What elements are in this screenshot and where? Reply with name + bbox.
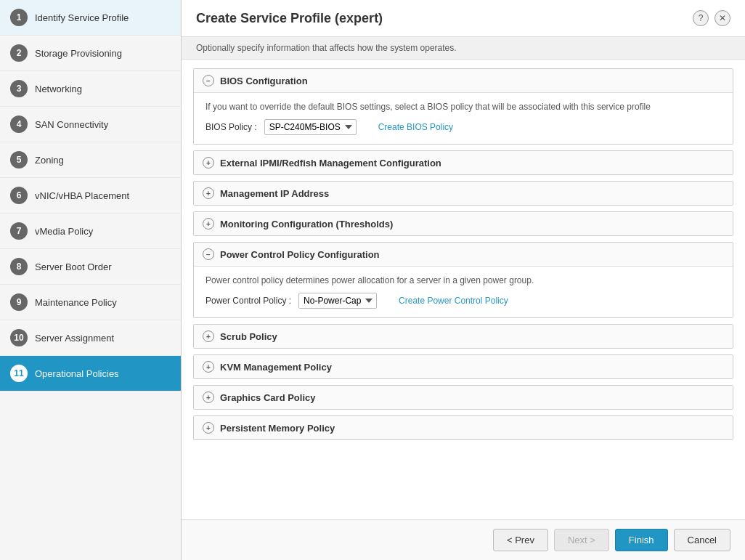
step-number-2: 2 [10, 44, 28, 62]
cancel-button[interactable]: Cancel [674, 529, 730, 551]
dialog-title: Create Service Profile (expert) [196, 11, 383, 26]
prev-button[interactable]: < Prev [493, 529, 548, 551]
bios-section: − BIOS Configuration If you want to over… [193, 68, 733, 145]
sidebar-item-5[interactable]: 5 Zoning [0, 142, 181, 178]
power-section-body: Power control policy determines power al… [194, 266, 733, 317]
power-description: Power control policy determines power al… [205, 275, 721, 285]
sidebar: 1 Identify Service Profile 2 Storage Pro… [0, 0, 182, 560]
help-button[interactable]: ? [693, 10, 709, 26]
power-section-header[interactable]: − Power Control Policy Configuration [194, 243, 733, 266]
power-form-row: Power Control Policy : No-Power-Cap Crea… [205, 293, 721, 309]
kvm-section: + KVM Management Policy [193, 354, 733, 379]
sidebar-label-3: Networking [35, 84, 82, 94]
content-area: − BIOS Configuration If you want to over… [182, 60, 745, 519]
graphics-section-title: Graphics Card Policy [220, 392, 316, 403]
header-actions: ? ✕ [693, 10, 730, 26]
sidebar-label-2: Storage Provisioning [35, 48, 122, 59]
step-number-1: 1 [10, 9, 28, 26]
bios-section-title: BIOS Configuration [220, 76, 308, 86]
sidebar-label-8: Server Boot Order [35, 261, 112, 272]
kvm-toggle-icon: + [203, 361, 214, 373]
persistent-section-header[interactable]: + Persistent Memory Policy [194, 416, 733, 439]
bios-policy-label: BIOS Policy : [205, 122, 257, 132]
step-number-5: 5 [10, 151, 28, 169]
sidebar-label-7: vMedia Policy [35, 226, 93, 237]
step-number-3: 3 [10, 80, 28, 97]
bios-description: If you want to override the default BIOS… [205, 102, 721, 112]
power-toggle-icon: − [203, 248, 214, 260]
step-number-7: 7 [10, 222, 28, 240]
sidebar-label-11: Operational Policies [35, 368, 119, 379]
sidebar-label-6: vNIC/vHBA Placement [35, 190, 129, 201]
create-power-policy-link[interactable]: Create Power Control Policy [399, 296, 508, 306]
ipmi-section-header[interactable]: + External IPMI/Redfish Management Confi… [194, 151, 733, 174]
dialog-header: Create Service Profile (expert) ? ✕ [182, 0, 745, 37]
sidebar-label-10: Server Assignment [35, 333, 114, 344]
monitoring-section-title: Monitoring Configuration (Thresholds) [220, 219, 393, 230]
finish-button[interactable]: Finish [615, 529, 668, 551]
sidebar-item-7[interactable]: 7 vMedia Policy [0, 214, 181, 249]
sidebar-item-2[interactable]: 2 Storage Provisioning [0, 36, 181, 71]
sidebar-item-6[interactable]: 6 vNIC/vHBA Placement [0, 178, 181, 214]
sidebar-item-9[interactable]: 9 Maintenance Policy [0, 285, 181, 320]
step-number-9: 9 [10, 293, 28, 311]
monitoring-section-header[interactable]: + Monitoring Configuration (Thresholds) [194, 212, 733, 235]
mgmt-ip-toggle-icon: + [203, 187, 214, 199]
mgmt-ip-section-header[interactable]: + Management IP Address [194, 182, 733, 205]
ipmi-toggle-icon: + [203, 157, 214, 169]
bios-section-body: If you want to override the default BIOS… [194, 92, 733, 144]
close-button[interactable]: ✕ [715, 10, 730, 26]
graphics-section-header[interactable]: + Graphics Card Policy [194, 386, 733, 409]
power-policy-select[interactable]: No-Power-Cap [298, 293, 377, 309]
scrub-toggle-icon: + [203, 330, 214, 342]
sidebar-item-10[interactable]: 10 Server Assignment [0, 320, 181, 356]
scrub-section-title: Scrub Policy [220, 331, 277, 342]
sidebar-item-4[interactable]: 4 SAN Connectivity [0, 107, 181, 142]
monitoring-section: + Monitoring Configuration (Thresholds) [193, 211, 733, 236]
sidebar-item-3[interactable]: 3 Networking [0, 71, 181, 107]
mgmt-ip-section-title: Management IP Address [220, 188, 329, 199]
step-number-4: 4 [10, 115, 28, 133]
step-number-6: 6 [10, 187, 28, 204]
kvm-section-title: KVM Management Policy [220, 362, 332, 373]
graphics-toggle-icon: + [203, 391, 214, 403]
step-number-8: 8 [10, 258, 28, 275]
kvm-section-header[interactable]: + KVM Management Policy [194, 355, 733, 378]
next-button: Next > [554, 529, 609, 551]
step-number-11: 11 [10, 365, 28, 382]
bios-policy-select[interactable]: SP-C240M5-BIOS [264, 119, 357, 135]
persistent-toggle-icon: + [203, 422, 214, 434]
mgmt-ip-section: + Management IP Address [193, 181, 733, 206]
main-content: Create Service Profile (expert) ? ✕ Opti… [182, 0, 745, 560]
persistent-section: + Persistent Memory Policy [193, 415, 733, 440]
power-policy-label: Power Control Policy : [205, 296, 291, 306]
subtitle-text: Optionally specify information that affe… [196, 43, 457, 53]
sidebar-label-4: SAN Connectivity [35, 119, 108, 130]
create-bios-policy-link[interactable]: Create BIOS Policy [378, 122, 453, 132]
subtitle-bar: Optionally specify information that affe… [182, 37, 745, 60]
scrub-section: + Scrub Policy [193, 324, 733, 349]
ipmi-section: + External IPMI/Redfish Management Confi… [193, 150, 733, 175]
bios-toggle-icon: − [203, 75, 214, 86]
sidebar-item-1[interactable]: 1 Identify Service Profile [0, 0, 181, 36]
ipmi-section-title: External IPMI/Redfish Management Configu… [220, 158, 441, 169]
graphics-section: + Graphics Card Policy [193, 385, 733, 410]
sidebar-label-9: Maintenance Policy [35, 297, 117, 308]
dialog-footer: < Prev Next > Finish Cancel [182, 519, 745, 560]
bios-section-header[interactable]: − BIOS Configuration [194, 69, 733, 92]
sidebar-item-11[interactable]: 11 Operational Policies [0, 356, 181, 391]
sidebar-item-8[interactable]: 8 Server Boot Order [0, 249, 181, 285]
step-number-10: 10 [10, 329, 28, 346]
power-section: − Power Control Policy Configuration Pow… [193, 242, 733, 318]
scrub-section-header[interactable]: + Scrub Policy [194, 325, 733, 348]
sidebar-label-5: Zoning [35, 155, 64, 166]
power-section-title: Power Control Policy Configuration [220, 249, 380, 260]
bios-form-row: BIOS Policy : SP-C240M5-BIOS Create BIOS… [205, 119, 721, 135]
sidebar-label-1: Identify Service Profile [35, 12, 129, 23]
persistent-section-title: Persistent Memory Policy [220, 423, 335, 434]
monitoring-toggle-icon: + [203, 218, 214, 230]
